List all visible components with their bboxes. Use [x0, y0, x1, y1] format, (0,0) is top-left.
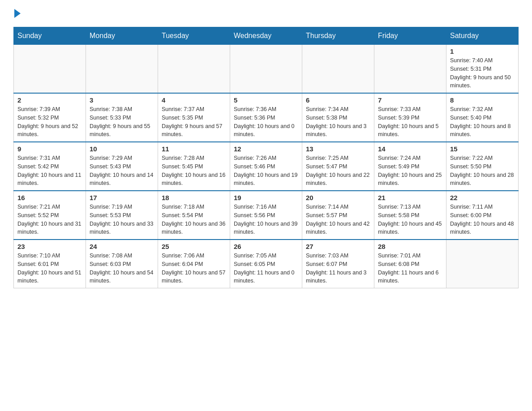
day-number: 21 — [378, 194, 442, 201]
day-info: Sunrise: 7:10 AM Sunset: 6:01 PM Dayligh… — [17, 252, 82, 285]
day-number: 20 — [306, 194, 370, 201]
day-info: Sunrise: 7:18 AM Sunset: 5:54 PM Dayligh… — [162, 203, 226, 236]
calendar-cell: 18Sunrise: 7:18 AM Sunset: 5:54 PM Dayli… — [158, 191, 230, 240]
day-number: 1 — [450, 47, 515, 55]
day-header-thursday: Thursday — [302, 27, 374, 45]
logo-arrow-icon — [14, 9, 21, 18]
calendar-cell — [158, 45, 230, 94]
calendar-cell — [374, 45, 446, 94]
calendar-cell: 23Sunrise: 7:10 AM Sunset: 6:01 PM Dayli… — [14, 240, 86, 288]
day-number: 7 — [378, 96, 442, 104]
day-header-sunday: Sunday — [14, 27, 86, 45]
day-info: Sunrise: 7:40 AM Sunset: 5:31 PM Dayligh… — [450, 56, 515, 90]
day-info: Sunrise: 7:13 AM Sunset: 5:58 PM Dayligh… — [378, 203, 442, 236]
day-info: Sunrise: 7:16 AM Sunset: 5:56 PM Dayligh… — [234, 203, 298, 236]
calendar-cell: 9Sunrise: 7:31 AM Sunset: 5:42 PM Daylig… — [14, 142, 86, 191]
day-info: Sunrise: 7:05 AM Sunset: 6:05 PM Dayligh… — [234, 252, 298, 285]
day-info: Sunrise: 7:28 AM Sunset: 5:45 PM Dayligh… — [162, 154, 226, 188]
calendar-cell: 13Sunrise: 7:25 AM Sunset: 5:47 PM Dayli… — [302, 142, 374, 191]
calendar-cell: 5Sunrise: 7:36 AM Sunset: 5:36 PM Daylig… — [230, 93, 302, 142]
day-number: 22 — [450, 194, 515, 201]
calendar-cell: 24Sunrise: 7:08 AM Sunset: 6:03 PM Dayli… — [86, 240, 158, 288]
days-header-row: SundayMondayTuesdayWednesdayThursdayFrid… — [14, 27, 519, 45]
day-number: 25 — [162, 243, 226, 250]
calendar-cell: 7Sunrise: 7:33 AM Sunset: 5:39 PM Daylig… — [374, 93, 446, 142]
day-info: Sunrise: 7:38 AM Sunset: 5:33 PM Dayligh… — [90, 105, 154, 139]
calendar-cell: 22Sunrise: 7:11 AM Sunset: 6:00 PM Dayli… — [446, 191, 519, 240]
day-info: Sunrise: 7:24 AM Sunset: 5:49 PM Dayligh… — [378, 154, 442, 188]
day-info: Sunrise: 7:25 AM Sunset: 5:47 PM Dayligh… — [306, 154, 370, 188]
day-info: Sunrise: 7:11 AM Sunset: 6:00 PM Dayligh… — [450, 203, 515, 236]
calendar-table: SundayMondayTuesdayWednesdayThursdayFrid… — [13, 27, 519, 288]
calendar-cell: 3Sunrise: 7:38 AM Sunset: 5:33 PM Daylig… — [86, 93, 158, 142]
calendar-cell — [14, 45, 86, 94]
week-row-2: 9Sunrise: 7:31 AM Sunset: 5:42 PM Daylig… — [14, 142, 519, 191]
calendar-cell: 16Sunrise: 7:21 AM Sunset: 5:52 PM Dayli… — [14, 191, 86, 240]
day-number: 15 — [450, 145, 515, 153]
calendar-cell: 6Sunrise: 7:34 AM Sunset: 5:38 PM Daylig… — [302, 93, 374, 142]
day-header-friday: Friday — [374, 27, 446, 45]
calendar-cell: 20Sunrise: 7:14 AM Sunset: 5:57 PM Dayli… — [302, 191, 374, 240]
day-number: 27 — [306, 243, 370, 250]
day-number: 19 — [234, 194, 298, 201]
calendar-cell: 27Sunrise: 7:03 AM Sunset: 6:07 PM Dayli… — [302, 240, 374, 288]
calendar-cell: 10Sunrise: 7:29 AM Sunset: 5:43 PM Dayli… — [86, 142, 158, 191]
day-info: Sunrise: 7:32 AM Sunset: 5:40 PM Dayligh… — [450, 105, 515, 139]
day-info: Sunrise: 7:14 AM Sunset: 5:57 PM Dayligh… — [306, 203, 370, 236]
day-number: 14 — [378, 145, 442, 153]
day-info: Sunrise: 7:08 AM Sunset: 6:03 PM Dayligh… — [90, 252, 154, 285]
day-number: 6 — [306, 96, 370, 104]
day-number: 28 — [378, 243, 442, 250]
day-header-saturday: Saturday — [446, 27, 519, 45]
calendar-cell: 1Sunrise: 7:40 AM Sunset: 5:31 PM Daylig… — [446, 45, 519, 94]
day-number: 18 — [162, 194, 226, 201]
day-number: 4 — [162, 96, 226, 104]
calendar-cell: 28Sunrise: 7:01 AM Sunset: 6:08 PM Dayli… — [374, 240, 446, 288]
day-info: Sunrise: 7:36 AM Sunset: 5:36 PM Dayligh… — [234, 105, 298, 139]
day-info: Sunrise: 7:01 AM Sunset: 6:08 PM Dayligh… — [378, 252, 442, 285]
calendar-cell: 8Sunrise: 7:32 AM Sunset: 5:40 PM Daylig… — [446, 93, 519, 142]
day-info: Sunrise: 7:03 AM Sunset: 6:07 PM Dayligh… — [306, 252, 370, 285]
day-header-wednesday: Wednesday — [230, 27, 302, 45]
calendar-cell: 17Sunrise: 7:19 AM Sunset: 5:53 PM Dayli… — [86, 191, 158, 240]
day-number: 17 — [90, 194, 154, 201]
day-number: 26 — [234, 243, 298, 250]
day-info: Sunrise: 7:34 AM Sunset: 5:38 PM Dayligh… — [306, 105, 370, 139]
day-number: 9 — [17, 145, 82, 153]
day-number: 16 — [17, 194, 82, 201]
day-number: 2 — [17, 96, 82, 104]
day-header-monday: Monday — [86, 27, 158, 45]
calendar-cell: 19Sunrise: 7:16 AM Sunset: 5:56 PM Dayli… — [230, 191, 302, 240]
day-number: 11 — [162, 145, 226, 153]
calendar-cell: 21Sunrise: 7:13 AM Sunset: 5:58 PM Dayli… — [374, 191, 446, 240]
calendar-cell: 15Sunrise: 7:22 AM Sunset: 5:50 PM Dayli… — [446, 142, 519, 191]
day-number: 24 — [90, 243, 154, 250]
day-header-tuesday: Tuesday — [158, 27, 230, 45]
day-number: 23 — [17, 243, 82, 250]
logo-blue-part — [13, 9, 22, 18]
day-number: 12 — [234, 145, 298, 153]
calendar-cell — [302, 45, 374, 94]
week-row-4: 23Sunrise: 7:10 AM Sunset: 6:01 PM Dayli… — [14, 240, 519, 288]
calendar-cell: 11Sunrise: 7:28 AM Sunset: 5:45 PM Dayli… — [158, 142, 230, 191]
day-info: Sunrise: 7:19 AM Sunset: 5:53 PM Dayligh… — [90, 203, 154, 236]
day-info: Sunrise: 7:39 AM Sunset: 5:32 PM Dayligh… — [17, 105, 82, 139]
day-number: 5 — [234, 96, 298, 104]
week-row-3: 16Sunrise: 7:21 AM Sunset: 5:52 PM Dayli… — [14, 191, 519, 240]
calendar-cell: 25Sunrise: 7:06 AM Sunset: 6:04 PM Dayli… — [158, 240, 230, 288]
calendar-cell — [446, 240, 519, 288]
day-info: Sunrise: 7:26 AM Sunset: 5:46 PM Dayligh… — [234, 154, 298, 188]
day-number: 13 — [306, 145, 370, 153]
day-info: Sunrise: 7:21 AM Sunset: 5:52 PM Dayligh… — [17, 203, 82, 236]
day-info: Sunrise: 7:31 AM Sunset: 5:42 PM Dayligh… — [17, 154, 82, 188]
calendar-cell — [86, 45, 158, 94]
week-row-1: 2Sunrise: 7:39 AM Sunset: 5:32 PM Daylig… — [14, 93, 519, 142]
day-number: 10 — [90, 145, 154, 153]
day-info: Sunrise: 7:29 AM Sunset: 5:43 PM Dayligh… — [90, 154, 154, 188]
day-info: Sunrise: 7:37 AM Sunset: 5:35 PM Dayligh… — [162, 105, 226, 139]
day-info: Sunrise: 7:22 AM Sunset: 5:50 PM Dayligh… — [450, 154, 515, 188]
calendar-cell: 14Sunrise: 7:24 AM Sunset: 5:49 PM Dayli… — [374, 142, 446, 191]
day-number: 3 — [90, 96, 154, 104]
day-info: Sunrise: 7:06 AM Sunset: 6:04 PM Dayligh… — [162, 252, 226, 285]
calendar-cell — [230, 45, 302, 94]
